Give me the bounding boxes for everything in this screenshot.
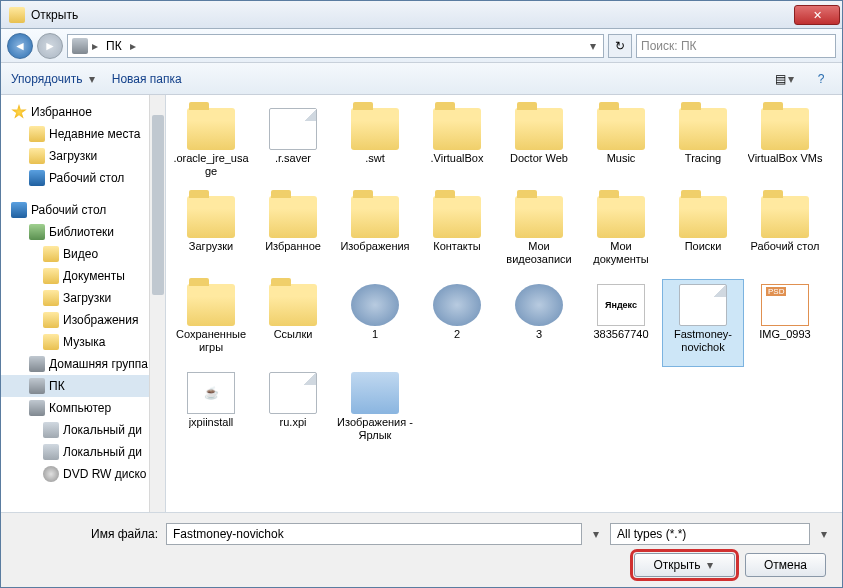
file-item[interactable]: Fastmoney-novichok bbox=[662, 279, 744, 367]
tree-item[interactable]: Недавние места bbox=[1, 123, 165, 145]
filename-input[interactable] bbox=[166, 523, 582, 545]
tree-item[interactable]: Видео bbox=[1, 243, 165, 265]
file-list: .oracle_jre_usage.r.saver.swt.VirtualBox… bbox=[166, 95, 842, 512]
forward-button[interactable]: ► bbox=[37, 33, 63, 59]
cancel-button[interactable]: Отмена bbox=[745, 553, 826, 577]
psd-icon bbox=[761, 284, 809, 326]
folder-icon bbox=[351, 196, 399, 238]
file-label: Загрузки bbox=[189, 240, 233, 253]
tree-item[interactable]: Локальный ди bbox=[1, 419, 165, 441]
file-item[interactable]: Сохраненные игры bbox=[170, 279, 252, 367]
file-item[interactable]: .r.saver bbox=[252, 103, 334, 191]
file-item[interactable]: ☕jxpiinstall bbox=[170, 367, 252, 455]
file-item[interactable]: Doctor Web bbox=[498, 103, 580, 191]
file-item[interactable]: VirtualBox VMs bbox=[744, 103, 826, 191]
file-item[interactable]: .VirtualBox bbox=[416, 103, 498, 191]
folder-icon bbox=[351, 108, 399, 150]
file-label: 2 bbox=[454, 328, 460, 341]
breadcrumb-item[interactable]: ПК bbox=[102, 37, 126, 55]
tree-item[interactable]: Загрузки bbox=[1, 145, 165, 167]
file-item[interactable]: Загрузки bbox=[170, 191, 252, 279]
file-label: Изображения - Ярлык bbox=[337, 416, 413, 442]
sidebar-scrollbar[interactable] bbox=[149, 95, 165, 512]
address-bar[interactable]: ▸ ПК ▸ ▾ bbox=[67, 34, 604, 58]
address-dropdown[interactable]: ▾ bbox=[587, 39, 599, 53]
file-label: 1 bbox=[372, 328, 378, 341]
file-item[interactable]: 1 bbox=[334, 279, 416, 367]
file-item[interactable]: Поиски bbox=[662, 191, 744, 279]
file-item[interactable]: Контакты bbox=[416, 191, 498, 279]
file-item[interactable]: Music bbox=[580, 103, 662, 191]
chevron-right-icon: ▸ bbox=[92, 39, 98, 53]
file-item[interactable]: 2 bbox=[416, 279, 498, 367]
folder-icon bbox=[433, 196, 481, 238]
tree-item[interactable]: Изображения bbox=[1, 309, 165, 331]
tree-desktop[interactable]: Рабочий стол bbox=[1, 199, 165, 221]
nav-tree: Избранное Недавние места Загрузки Рабочи… bbox=[1, 95, 166, 512]
file-item[interactable]: Рабочий стол bbox=[744, 191, 826, 279]
file-label: Ссылки bbox=[274, 328, 313, 341]
file-item[interactable]: ru.xpi bbox=[252, 367, 334, 455]
search-input[interactable]: Поиск: ПК bbox=[636, 34, 836, 58]
tree-libraries[interactable]: Библиотеки bbox=[1, 221, 165, 243]
tree-item[interactable]: Рабочий стол bbox=[1, 167, 165, 189]
shortcut-icon bbox=[351, 372, 399, 414]
tree-homegroup[interactable]: Домашняя группа bbox=[1, 353, 165, 375]
file-icon bbox=[679, 284, 727, 326]
tree-item[interactable]: Музыка bbox=[1, 331, 165, 353]
file-label: .r.saver bbox=[275, 152, 311, 165]
file-item[interactable]: Яндекс383567740 bbox=[580, 279, 662, 367]
file-label: Мои документы bbox=[583, 240, 659, 266]
file-item[interactable]: IMG_0993 bbox=[744, 279, 826, 367]
tree-pk[interactable]: ПК bbox=[1, 375, 165, 397]
folder-icon bbox=[515, 108, 563, 150]
file-item[interactable]: 3 bbox=[498, 279, 580, 367]
organize-menu[interactable]: Упорядочить ▾ bbox=[11, 72, 98, 86]
file-item[interactable]: Избранное bbox=[252, 191, 334, 279]
file-item[interactable]: Ссылки bbox=[252, 279, 334, 367]
file-item[interactable]: Мои документы bbox=[580, 191, 662, 279]
dialog-body: Избранное Недавние места Загрузки Рабочи… bbox=[1, 95, 842, 512]
filename-dropdown[interactable]: ▾ bbox=[590, 527, 602, 541]
file-item[interactable]: Мои видеозаписи bbox=[498, 191, 580, 279]
file-item[interactable]: .swt bbox=[334, 103, 416, 191]
folder-icon bbox=[679, 196, 727, 238]
file-label: 383567740 bbox=[593, 328, 648, 341]
folder-icon bbox=[679, 108, 727, 150]
file-label: Tracing bbox=[685, 152, 721, 165]
tree-item[interactable]: DVD RW диско bbox=[1, 463, 165, 485]
file-label: VirtualBox VMs bbox=[748, 152, 823, 165]
java-icon: ☕ bbox=[187, 372, 235, 414]
tree-item[interactable]: Документы bbox=[1, 265, 165, 287]
navbar: ◄ ► ▸ ПК ▸ ▾ ↻ Поиск: ПК bbox=[1, 29, 842, 63]
file-label: Сохраненные игры bbox=[173, 328, 249, 354]
help-button[interactable]: ? bbox=[810, 68, 832, 90]
file-item[interactable]: .oracle_jre_usage bbox=[170, 103, 252, 191]
file-item[interactable]: Изображения bbox=[334, 191, 416, 279]
tree-favorites[interactable]: Избранное bbox=[1, 101, 165, 123]
close-button[interactable]: ✕ bbox=[794, 5, 840, 25]
folder-icon bbox=[597, 108, 645, 150]
search-placeholder: Поиск: ПК bbox=[641, 39, 697, 53]
file-label: .swt bbox=[365, 152, 385, 165]
open-button[interactable]: Открыть ▾ bbox=[634, 553, 734, 577]
tree-computer[interactable]: Компьютер bbox=[1, 397, 165, 419]
view-button[interactable]: ▤▾ bbox=[774, 68, 796, 90]
folder-icon bbox=[269, 196, 317, 238]
file-label: Поиски bbox=[685, 240, 722, 253]
file-icon bbox=[269, 372, 317, 414]
filetype-select[interactable] bbox=[610, 523, 810, 545]
folder-icon bbox=[187, 284, 235, 326]
folder-icon bbox=[597, 196, 645, 238]
new-folder-button[interactable]: Новая папка bbox=[112, 72, 182, 86]
file-label: .VirtualBox bbox=[431, 152, 484, 165]
filetype-dropdown[interactable]: ▾ bbox=[818, 527, 830, 541]
titlebar: Открыть ✕ bbox=[1, 1, 842, 29]
file-label: jxpiinstall bbox=[189, 416, 234, 429]
refresh-button[interactable]: ↻ bbox=[608, 34, 632, 58]
tree-item[interactable]: Локальный ди bbox=[1, 441, 165, 463]
tree-item[interactable]: Загрузки bbox=[1, 287, 165, 309]
file-item[interactable]: Изображения - Ярлык bbox=[334, 367, 416, 455]
file-item[interactable]: Tracing bbox=[662, 103, 744, 191]
back-button[interactable]: ◄ bbox=[7, 33, 33, 59]
